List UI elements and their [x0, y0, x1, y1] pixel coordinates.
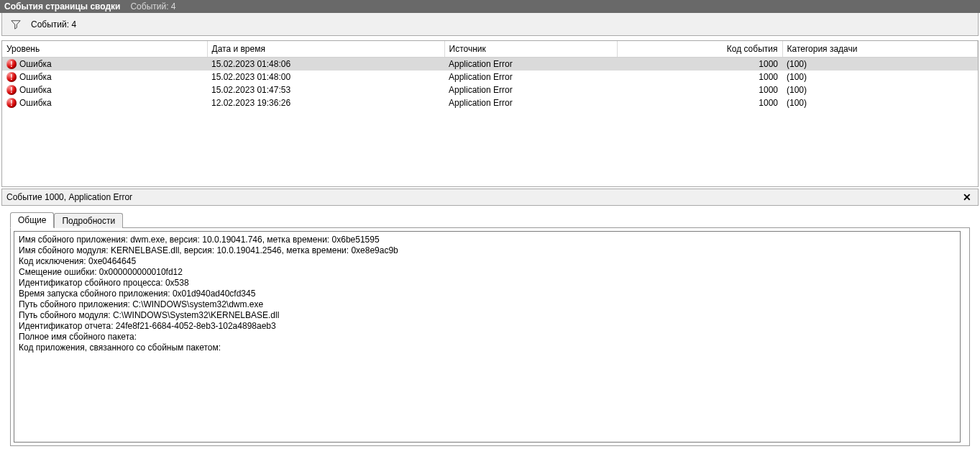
col-header-event-id[interactable]: Код события: [617, 41, 782, 58]
window-title-bar: События страницы сводки Событий: 4: [0, 0, 980, 13]
cell-task-category: (100): [782, 83, 978, 96]
close-icon[interactable]: ✕: [961, 191, 974, 203]
detail-line: Полное имя сбойного пакета:: [19, 332, 956, 343]
col-header-task-category[interactable]: Категория задачи: [782, 41, 978, 58]
table-row[interactable]: !Ошибка15.02.2023 01:47:53Application Er…: [2, 83, 978, 96]
cell-level: !Ошибка: [2, 96, 207, 109]
col-header-source[interactable]: Источник: [444, 41, 617, 58]
cell-source: Application Error: [444, 58, 617, 71]
detail-line: Код исключения: 0xe0464645: [19, 256, 956, 267]
cell-level: !Ошибка: [2, 83, 207, 96]
window-event-count: Событий: 4: [130, 1, 175, 12]
cell-datetime: 15.02.2023 01:47:53: [207, 83, 444, 96]
cell-task-category: (100): [782, 58, 978, 71]
cell-source: Application Error: [444, 83, 617, 96]
cell-level: !Ошибка: [2, 71, 207, 83]
filter-bar: Событий: 4: [1, 13, 979, 36]
detail-line: Идентификатор отчета: 24fe8f21-6684-4052…: [19, 321, 956, 332]
detail-line: Смещение ошибки: 0x000000000010fd12: [19, 267, 956, 278]
cell-event-id: 1000: [617, 71, 782, 83]
cell-level: !Ошибка: [2, 58, 207, 71]
tab-general[interactable]: Общие: [10, 212, 54, 228]
cell-datetime: 15.02.2023 01:48:06: [207, 58, 444, 71]
events-table: Уровень Дата и время Источник Код событи…: [2, 41, 978, 109]
tab-details[interactable]: Подробности: [54, 213, 123, 228]
col-header-level[interactable]: Уровень: [2, 41, 207, 58]
window-title: События страницы сводки: [4, 1, 120, 12]
detail-line: Имя сбойного модуля: KERNELBASE.dll, вер…: [19, 245, 956, 256]
event-detail-panel: Имя сбойного приложения: dwm.exe, версия…: [10, 227, 970, 446]
filter-icon[interactable]: [11, 19, 21, 30]
table-row[interactable]: !Ошибка12.02.2023 19:36:26Application Er…: [2, 96, 978, 109]
events-table-container: Уровень Дата и время Источник Код событи…: [1, 40, 979, 187]
table-row[interactable]: !Ошибка15.02.2023 01:48:06Application Er…: [2, 58, 978, 71]
cell-task-category: (100): [782, 71, 978, 83]
filter-count-label: Событий: 4: [31, 19, 76, 30]
detail-line: Путь сбойного приложения: C:\WINDOWS\sys…: [19, 299, 956, 310]
error-icon: !: [6, 98, 17, 108]
detail-tabs: Общие Подробности: [0, 206, 980, 227]
cell-source: Application Error: [444, 71, 617, 83]
col-header-datetime[interactable]: Дата и время: [207, 41, 444, 58]
cell-event-id: 1000: [617, 96, 782, 109]
table-header-row: Уровень Дата и время Источник Код событи…: [2, 41, 978, 58]
event-detail-text: Имя сбойного приложения: dwm.exe, версия…: [14, 231, 961, 443]
cell-datetime: 15.02.2023 01:48:00: [207, 71, 444, 83]
error-icon: !: [6, 85, 17, 95]
cell-event-id: 1000: [617, 83, 782, 96]
cell-level-text: Ошибка: [19, 85, 52, 95]
error-icon: !: [6, 72, 17, 82]
detail-line: Имя сбойного приложения: dwm.exe, версия…: [19, 235, 956, 245]
cell-datetime: 12.02.2023 19:36:26: [207, 96, 444, 109]
detail-line: Идентификатор сбойного процесса: 0x538: [19, 278, 956, 289]
cell-source: Application Error: [444, 96, 617, 109]
detail-line: Время запуска сбойного приложения: 0x01d…: [19, 289, 956, 299]
error-icon: !: [6, 59, 17, 69]
cell-level-text: Ошибка: [19, 72, 52, 82]
cell-level-text: Ошибка: [19, 59, 52, 69]
detail-line: Путь сбойного модуля: C:\WINDOWS\System3…: [19, 310, 956, 321]
event-detail-title: Событие 1000, Application Error: [6, 192, 132, 202]
table-row[interactable]: !Ошибка15.02.2023 01:48:00Application Er…: [2, 71, 978, 83]
detail-line: Код приложения, связанного со сбойным па…: [19, 343, 956, 353]
event-detail-header: Событие 1000, Application Error ✕: [1, 189, 979, 206]
cell-event-id: 1000: [617, 58, 782, 71]
cell-task-category: (100): [782, 96, 978, 109]
cell-level-text: Ошибка: [19, 98, 52, 108]
